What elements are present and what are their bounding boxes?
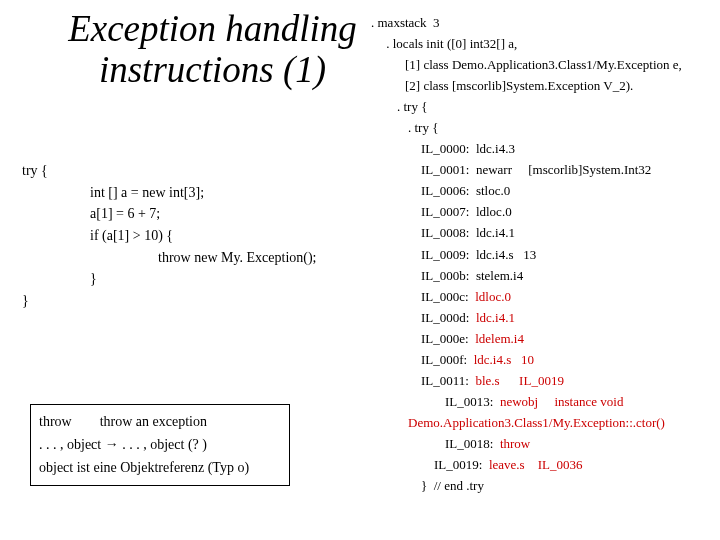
il-line: IL_0018: throw bbox=[371, 433, 711, 454]
code-line: throw new My. Exception(); bbox=[22, 247, 362, 269]
code-line: a[1] = 6 + 7; bbox=[22, 203, 362, 225]
il-line: IL_0001: newarr [mscorlib]System.Int32 bbox=[371, 159, 711, 180]
csharp-code-block: try { int [] a = new int[3]; a[1] = 6 + … bbox=[22, 160, 362, 312]
code-line: int [] a = new int[3]; bbox=[22, 182, 362, 204]
il-line: IL_000b: stelem.i4 bbox=[371, 265, 711, 286]
il-line: IL_0011: ble.s IL_0019 bbox=[371, 370, 711, 391]
il-line: IL_000e: ldelem.i4 bbox=[371, 328, 711, 349]
il-line: . maxstack 3 bbox=[371, 12, 711, 33]
code-line: if (a[1] > 10) { bbox=[22, 225, 362, 247]
code-line: } bbox=[22, 290, 362, 312]
il-line: IL_0013: newobj instance void bbox=[371, 391, 711, 412]
il-line: IL_0009: ldc.i4.s 13 bbox=[371, 244, 711, 265]
note-line: object ist eine Objektreferenz (Typ o) bbox=[39, 457, 281, 479]
il-line: IL_0006: stloc.0 bbox=[371, 180, 711, 201]
il-line: IL_000d: ldc.i4.1 bbox=[371, 307, 711, 328]
note-line: . . . , object → . . . , object (? ) bbox=[39, 433, 281, 456]
note-box: throw throw an exception . . . , object … bbox=[30, 404, 290, 486]
note-line: throw throw an exception bbox=[39, 411, 281, 433]
il-line: IL_0007: ldloc.0 bbox=[371, 201, 711, 222]
il-line: . try { bbox=[371, 117, 711, 138]
code-line: } bbox=[22, 268, 362, 290]
il-line: IL_0019: leave.s IL_0036 bbox=[371, 454, 711, 475]
il-line: Demo.Application3.Class1/My.Exception::.… bbox=[371, 412, 711, 433]
il-line: IL_000c: ldloc.0 bbox=[371, 286, 711, 307]
il-line: . locals init ([0] int32[] a, bbox=[371, 33, 711, 54]
il-line: IL_0000: ldc.i4.3 bbox=[371, 138, 711, 159]
il-code-block: . maxstack 3 . locals init ([0] int32[] … bbox=[371, 12, 711, 496]
il-line: . try { bbox=[371, 96, 711, 117]
il-line: IL_0008: ldc.i4.1 bbox=[371, 222, 711, 243]
slide-title: Exception handling instructions (1) bbox=[60, 8, 365, 91]
code-line: try { bbox=[22, 160, 362, 182]
il-line: [1] class Demo.Application3.Class1/My.Ex… bbox=[371, 54, 711, 75]
il-line: } // end .try bbox=[371, 475, 711, 496]
il-line: [2] class [mscorlib]System.Exception V_2… bbox=[371, 75, 711, 96]
il-line: IL_000f: ldc.i4.s 10 bbox=[371, 349, 711, 370]
